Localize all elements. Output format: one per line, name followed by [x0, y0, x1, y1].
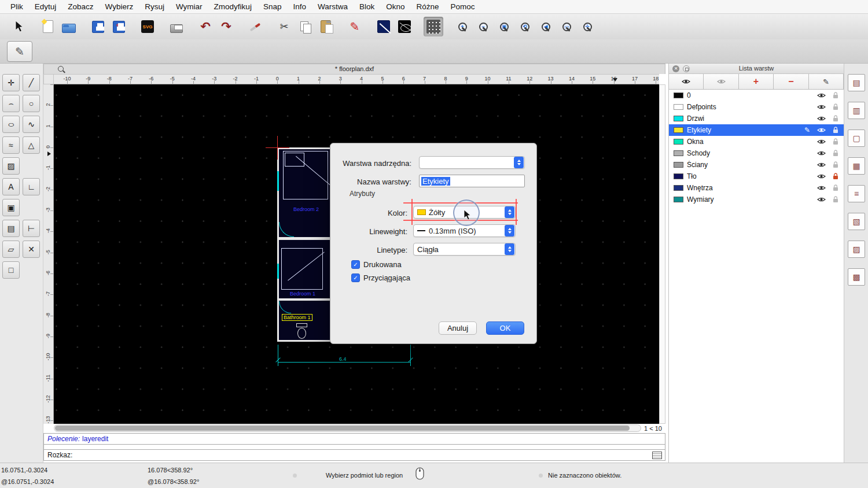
library-browser-toggle[interactable]: ▧ — [848, 213, 865, 230]
new-file-button[interactable] — [38, 17, 58, 36]
layer-name-input[interactable]: Etykiety — [419, 175, 525, 187]
keyboard-icon[interactable] — [652, 452, 662, 459]
print-checkbox[interactable]: ✓ — [351, 260, 360, 269]
ellipse-tool[interactable]: ○ — [2, 116, 20, 133]
property-editor-toggle[interactable]: ▤ — [848, 74, 865, 91]
cut-button[interactable]: ✂ — [274, 17, 294, 36]
box-tool[interactable]: □ — [2, 261, 20, 279]
zoom-window-button[interactable]: ▭ — [557, 17, 576, 36]
layer-lock-toggle[interactable] — [831, 103, 840, 110]
menu-item-różne[interactable]: Różne — [411, 0, 445, 14]
linetype-select[interactable]: Ciągła — [413, 243, 516, 256]
command-input-row[interactable]: Rozkaz: — [43, 449, 665, 461]
line-attributes-button[interactable] — [374, 17, 393, 36]
menu-item-warstwa[interactable]: Warstwa — [312, 0, 354, 14]
menu-item-snap[interactable]: Snap — [258, 0, 288, 14]
print-preview-button[interactable] — [167, 17, 186, 36]
dimension-tool[interactable]: ∟ — [23, 178, 40, 195]
layer-row-schody[interactable]: Schody — [669, 147, 844, 159]
layer-lock-toggle[interactable] — [831, 184, 840, 191]
current-tool-button[interactable]: ✎ — [7, 41, 32, 62]
menu-item-blok[interactable]: Blok — [354, 0, 380, 14]
clipboard-panel-toggle[interactable]: ▩ — [848, 268, 865, 286]
layer-visibility-toggle[interactable] — [815, 173, 827, 179]
layer-row-0[interactable]: 0 — [669, 90, 844, 101]
arc-tool[interactable]: ⌢ — [2, 95, 20, 112]
zoom-in-button[interactable]: + — [453, 17, 472, 36]
layer-row-tło[interactable]: Tło — [669, 171, 844, 182]
layer-row-etykiety[interactable]: Etykiety✎ — [669, 124, 844, 136]
select-arrow-button[interactable] — [9, 17, 29, 36]
layer-lock-toggle[interactable] — [831, 115, 840, 122]
delete-tool[interactable]: ✕ — [23, 241, 40, 258]
spline-tool[interactable]: ∿ — [23, 116, 40, 133]
shape-tool[interactable]: ▱ — [2, 241, 20, 258]
hatch-tool[interactable]: ▨ — [2, 157, 20, 175]
menu-item-pomoc[interactable]: Pomoc — [445, 0, 481, 14]
menu-item-edytuj[interactable]: Edytuj — [29, 0, 62, 14]
vertical-scrollbar-track[interactable] — [659, 84, 665, 424]
menu-item-plik[interactable]: Plik — [5, 0, 29, 14]
layer-visibility-toggle[interactable] — [815, 150, 827, 156]
text-tool[interactable]: A — [2, 178, 20, 195]
layer-row-okna[interactable]: Okna — [669, 136, 844, 147]
menu-item-wymiar[interactable]: Wymiar — [170, 0, 208, 14]
ok-button[interactable]: OK — [486, 321, 524, 335]
block-list-toggle[interactable]: ▢ — [848, 130, 865, 147]
open-file-button[interactable] — [59, 17, 79, 36]
cancel-button[interactable]: Anuluj — [439, 321, 477, 335]
circle-tool[interactable]: ○ — [23, 95, 40, 112]
show-all-layers-button[interactable] — [669, 74, 704, 89]
undo-button[interactable]: ↶ — [196, 17, 215, 36]
layer-lock-toggle[interactable] — [831, 161, 840, 168]
layer-row-drzwi[interactable]: Drzwi — [669, 113, 844, 124]
selection-filter-toggle[interactable]: ▨ — [848, 241, 865, 258]
scrollbar-thumb[interactable] — [55, 426, 630, 431]
layer-visibility-toggle[interactable] — [815, 104, 827, 110]
layer-row-wymiary[interactable]: Wymiary — [669, 194, 844, 205]
horizontal-scrollbar[interactable] — [54, 424, 641, 432]
points-tool[interactable]: ✛ — [2, 74, 20, 91]
layer-lock-toggle[interactable] — [831, 92, 840, 99]
redo-button[interactable]: ↷ — [216, 17, 236, 36]
add-layer-button[interactable]: + — [739, 74, 774, 89]
layer-row-defpoints[interactable]: Defpoints — [669, 101, 844, 113]
close-panel-button[interactable]: ✕ — [672, 65, 679, 72]
layer-lock-toggle[interactable] — [831, 196, 840, 203]
menu-item-okno[interactable]: Okno — [380, 0, 410, 14]
zoom-out-button[interactable]: − — [473, 17, 493, 36]
layer-visibility-toggle[interactable] — [815, 197, 827, 202]
hide-all-layers-button[interactable] — [704, 74, 738, 89]
line-tool[interactable]: ╱ — [23, 74, 40, 91]
layer-visibility-toggle[interactable] — [815, 139, 827, 145]
measure-tool[interactable]: ⊢ — [23, 220, 40, 237]
layer-visibility-toggle[interactable] — [815, 116, 827, 121]
polyline-tool[interactable]: △ — [23, 136, 40, 154]
ellipse-attributes-button[interactable] — [395, 17, 414, 36]
save-as-button[interactable]: ✎ — [109, 17, 128, 36]
menu-item-info[interactable]: Info — [287, 0, 312, 14]
menu-item-zobacz[interactable]: Zobacz — [62, 0, 99, 14]
lineweight-select[interactable]: 0.13mm (ISO) — [413, 224, 516, 237]
layer-lock-toggle[interactable] — [831, 173, 840, 180]
layer-row-wnętrza[interactable]: Wnętrza — [669, 182, 844, 194]
remove-tool-button[interactable] — [245, 17, 265, 36]
paste-button[interactable] — [316, 17, 336, 36]
menu-item-zmodyfikuj[interactable]: Zmodyfikuj — [208, 0, 258, 14]
layer-visibility-toggle[interactable] — [815, 185, 827, 191]
layer-lock-toggle[interactable] — [831, 138, 840, 145]
remove-layer-button[interactable]: − — [774, 74, 808, 89]
parent-layer-select[interactable] — [419, 156, 525, 169]
layer-list-toggle[interactable]: ▥ — [848, 102, 865, 119]
layer-lock-toggle[interactable] — [831, 150, 840, 157]
layer-row-ściany[interactable]: Ściany — [669, 159, 844, 171]
layer-visibility-toggle[interactable] — [815, 127, 827, 133]
layer-visibility-toggle[interactable] — [815, 162, 827, 168]
zoom-pan-button[interactable]: ✛ — [578, 17, 597, 36]
menu-item-rysuj[interactable]: Rysuj — [139, 0, 170, 14]
layer-lock-toggle[interactable] — [831, 127, 840, 134]
snap-checkbox[interactable]: ✓ — [351, 273, 360, 282]
pen-edit-button[interactable]: ✎ — [345, 17, 365, 36]
zoom-auto-button[interactable]: ▣ — [494, 17, 514, 36]
zoom-back-button[interactable]: ◀ — [536, 17, 556, 36]
